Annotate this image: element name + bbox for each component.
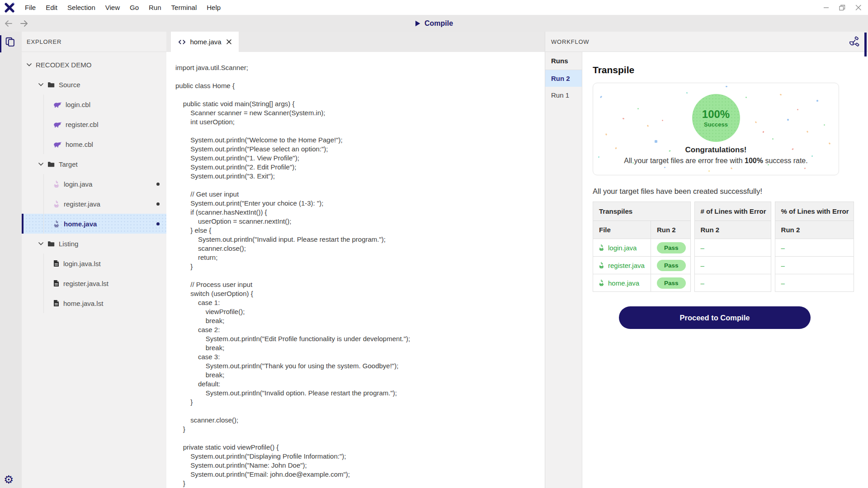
tree-file-home-java-lst[interactable]: home.java.lst [22, 293, 166, 313]
group-header-lines-error: # of Lines with Error [694, 202, 771, 221]
tree-file-register-java-lst[interactable]: register.java.lst [22, 273, 166, 293]
tree-file-register-java[interactable]: register.java [22, 194, 166, 214]
java-icon [598, 262, 604, 269]
tree-folder-listing[interactable]: Listing [22, 234, 166, 253]
gear-icon[interactable]: ⚙ [4, 474, 14, 485]
cobol-icon [53, 141, 61, 148]
table-row: register.java Pass [593, 257, 691, 274]
app-logo [4, 2, 15, 13]
table-row: login.java Pass [593, 239, 691, 257]
chevron-down-icon [38, 83, 44, 86]
close-window-icon[interactable] [855, 5, 862, 11]
tree-file-login-java-lst[interactable]: login.java.lst [22, 253, 166, 273]
compile-label: Compile [425, 19, 453, 28]
table-row: – [775, 274, 854, 292]
tree-file-login-cbl[interactable]: login.cbl [22, 94, 166, 114]
tree-file-login-java[interactable]: login.java [22, 174, 166, 194]
history-arrows [5, 20, 28, 27]
table-row: – [775, 239, 854, 257]
document-icon [53, 300, 59, 307]
tree-label: RECODEX DEMO [36, 61, 91, 69]
tree-file-home-cbl[interactable]: home.cbl [22, 134, 166, 154]
active-view-indicator [0, 35, 1, 52]
menu-item-go[interactable]: Go [130, 4, 139, 11]
success-percentage: 100% [702, 108, 730, 121]
file-link-register-java[interactable]: register.java [593, 257, 651, 274]
pct-error-subtable: % of Lines with Error Run 2 – – – [775, 202, 854, 292]
tree-folder-target[interactable]: Target [22, 154, 166, 174]
restore-icon[interactable] [839, 5, 845, 11]
chevron-down-icon [38, 162, 44, 166]
tree-label: register.java [64, 200, 100, 208]
code-editor-content[interactable]: import java.util.Scanner; public class H… [166, 52, 545, 488]
tree-root-recodex-demo[interactable]: RECODEX DEMO [22, 55, 166, 75]
back-arrow-icon[interactable] [5, 20, 13, 27]
tab-close-icon[interactable] [226, 39, 231, 44]
activity-bar: ⚙ [0, 32, 22, 488]
tree-file-home-java-selected[interactable]: home.java [22, 214, 166, 234]
tree-label: login.java [64, 180, 92, 188]
runs-header: Runs [545, 52, 582, 70]
menu-item-run[interactable]: Run [149, 4, 161, 11]
tab-bar: home.java [166, 32, 545, 52]
status-badge: Pass [657, 242, 686, 253]
transpile-content: Transpile 100% Success Congratulations! … [582, 52, 868, 488]
panel-scrollbar-thumb[interactable] [864, 33, 867, 56]
title-bar: File Edit Selection View Go Run Terminal… [0, 0, 868, 15]
table-row: – [775, 257, 854, 274]
proceed-to-compile-button[interactable]: Proceed to Compile [619, 306, 811, 329]
minimize-icon[interactable] [823, 5, 829, 11]
menu-item-selection[interactable]: Selection [67, 4, 95, 11]
explorer-view-icon[interactable] [5, 37, 15, 47]
menu-item-view[interactable]: View [105, 4, 120, 11]
workflow-title: WORKFLOW [551, 38, 589, 45]
modified-dot [156, 222, 160, 225]
document-icon [53, 260, 59, 267]
run-item-run2[interactable]: Run 2 [545, 70, 582, 87]
compile-button[interactable]: Compile [415, 19, 453, 28]
file-link-login-java[interactable]: login.java [593, 239, 651, 256]
menu-item-help[interactable]: Help [207, 4, 221, 11]
workflow-icon[interactable] [848, 36, 860, 47]
run-item-run1[interactable]: Run 1 [545, 87, 582, 103]
col-header-run: Run 2 [775, 221, 854, 239]
cobol-icon [53, 101, 61, 108]
folder-icon [47, 161, 55, 167]
file-tree: RECODEX DEMO Source login.cbl register.c… [22, 52, 166, 313]
col-header-file: File [593, 221, 651, 239]
menu-item-terminal[interactable]: Terminal [171, 4, 197, 11]
file-link-home-java[interactable]: home.java [593, 274, 651, 291]
table-row: home.java Pass [593, 274, 691, 292]
transpile-heading: Transpile [593, 65, 868, 75]
editor-area: home.java import java.util.Scanner; publ… [166, 32, 545, 488]
workflow-panel: WORKFLOW Runs Run 2 Run 1 Transpile 100%… [545, 32, 868, 488]
tree-file-register-cbl[interactable]: register.cbl [22, 114, 166, 134]
created-message: All your target files have been created … [593, 187, 868, 196]
code-brackets-icon [178, 40, 186, 44]
transpiles-subtable: Transpiles File Run 2 login.java Pass re… [593, 202, 691, 292]
explorer-title: EXPLORER [22, 32, 166, 52]
tree-folder-source[interactable]: Source [22, 75, 166, 94]
success-word: Success [704, 121, 728, 128]
menu-item-edit[interactable]: Edit [46, 4, 57, 11]
folder-icon [47, 81, 55, 88]
col-header-run: Run 2 [651, 221, 691, 239]
play-icon [415, 20, 420, 27]
tree-label: Target [59, 160, 78, 168]
forward-arrow-icon[interactable] [20, 20, 28, 27]
success-circle: 100% Success [692, 94, 740, 142]
menu-bar: File Edit Selection View Go Run Terminal… [25, 4, 221, 11]
tree-label: Source [59, 81, 80, 89]
java-icon [53, 180, 60, 188]
menu-item-file[interactable]: File [25, 4, 36, 11]
table-row: – [694, 257, 771, 274]
tree-label: login.java.lst [63, 260, 101, 267]
tree-label: home.cbl [66, 141, 93, 148]
tab-label: home.java [190, 38, 221, 46]
chevron-down-icon [38, 242, 44, 245]
tab-home-java[interactable]: home.java [171, 32, 239, 52]
table-row: – [694, 274, 771, 292]
modified-dot [156, 202, 160, 206]
java-icon [598, 244, 604, 251]
modified-dot [156, 183, 160, 186]
